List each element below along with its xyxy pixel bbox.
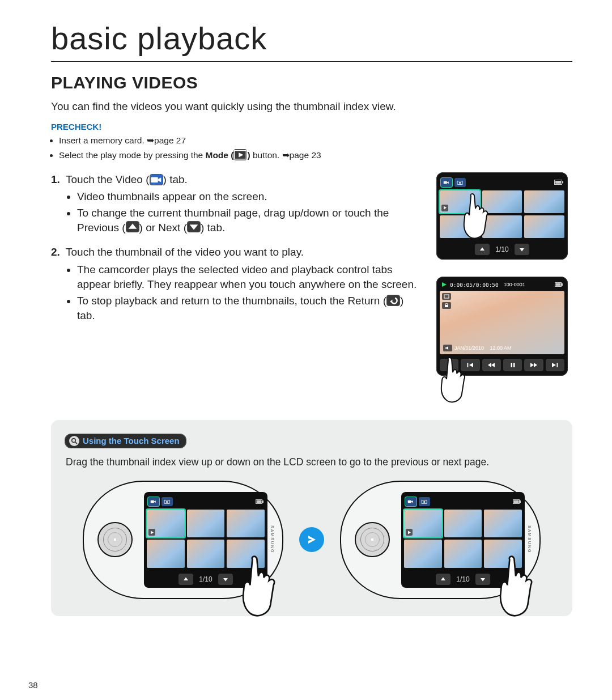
- svg-marker-4: [128, 224, 137, 229]
- rewind-button[interactable]: [482, 359, 501, 371]
- video-thumbnail[interactable]: [227, 540, 265, 568]
- svg-marker-47: [308, 536, 316, 544]
- pause-button[interactable]: [503, 359, 522, 371]
- skip-prev-button[interactable]: [461, 359, 479, 371]
- brand-label: SAMSUNG: [525, 510, 532, 570]
- lock-icon: [442, 302, 451, 309]
- precheck-item: Select the play mode by pressing the Mod…: [59, 149, 572, 162]
- timecode-text: 0:00:05/0:00:50: [450, 282, 499, 288]
- svg-marker-1: [239, 152, 244, 157]
- next-page-button[interactable]: [218, 574, 233, 585]
- svg-rect-43: [257, 500, 262, 503]
- svg-marker-32: [534, 363, 537, 367]
- device-lcd[interactable]: 1/10: [401, 492, 525, 588]
- callout-title: Using the Touch Screen: [83, 436, 180, 446]
- svg-rect-29: [511, 363, 512, 367]
- svg-marker-17: [442, 282, 447, 287]
- photo-tab[interactable]: [162, 497, 173, 506]
- next-page-button[interactable]: [475, 574, 490, 585]
- prev-page-button[interactable]: [475, 244, 490, 255]
- camcorder-illustration: MENU: [340, 481, 541, 599]
- step-sublist: The camcorder plays the selected video a…: [77, 262, 424, 324]
- video-thumbnail[interactable]: [482, 190, 522, 213]
- video-thumbnail[interactable]: [440, 190, 480, 213]
- video-thumbnail[interactable]: [147, 510, 185, 538]
- magnifier-icon: [69, 436, 79, 446]
- svg-marker-14: [444, 206, 447, 210]
- time-text: 12:00 AM: [490, 345, 512, 351]
- device-lcd[interactable]: 1/10: [144, 492, 267, 588]
- svg-marker-24: [447, 364, 449, 367]
- fastfwd-button[interactable]: [524, 359, 543, 371]
- svg-rect-37: [151, 500, 154, 503]
- thumbnail-index-screenshot: 1/10: [436, 172, 568, 260]
- return-button[interactable]: [440, 359, 458, 371]
- video-thumbnail[interactable]: [404, 540, 442, 568]
- video-thumbnail[interactable]: [482, 215, 522, 238]
- next-page-button[interactable]: [515, 244, 529, 255]
- precheck-label: PRECHECK!: [51, 122, 572, 131]
- svg-rect-48: [408, 500, 411, 503]
- svg-rect-25: [467, 363, 468, 367]
- prev-page-button[interactable]: [436, 574, 450, 585]
- brand-label: SAMSUNG: [267, 510, 274, 570]
- svg-marker-27: [488, 363, 491, 367]
- video-thumbnail[interactable]: [187, 510, 225, 538]
- video-frame[interactable]: JAN/01/2010 12:00 AM: [440, 291, 564, 354]
- svg-marker-8: [447, 181, 449, 184]
- photo-tab[interactable]: [454, 178, 466, 187]
- svg-rect-21: [444, 295, 449, 298]
- step-sublist: Video thumbnails appear on the screen. T…: [77, 189, 424, 236]
- thumbnail-grid[interactable]: [147, 510, 265, 568]
- video-tab[interactable]: [148, 497, 159, 506]
- svg-marker-6: [390, 300, 392, 304]
- svg-rect-7: [444, 181, 447, 184]
- photo-tab[interactable]: [419, 497, 430, 506]
- svg-marker-38: [154, 500, 156, 503]
- play-indicator-icon: [441, 282, 447, 287]
- thumbnail-grid[interactable]: [404, 510, 522, 568]
- skip-next-button[interactable]: [546, 359, 564, 371]
- next-icon: [187, 221, 201, 232]
- precheck-text: Select the play mode by pressing the: [59, 150, 205, 160]
- svg-marker-55: [408, 531, 411, 534]
- video-thumbnail[interactable]: [444, 510, 482, 538]
- svg-line-36: [75, 442, 77, 444]
- svg-marker-23: [445, 346, 448, 350]
- video-thumbnail[interactable]: [484, 540, 522, 568]
- step-sub-item: To stop playback and return to the thumb…: [77, 294, 424, 324]
- svg-rect-13: [555, 181, 561, 184]
- precheck-text: Insert a memory card.: [59, 135, 147, 145]
- battery-icon: [513, 499, 521, 504]
- chapter-title: basic playback: [51, 20, 572, 62]
- arrow-right-icon: ➥: [147, 135, 154, 145]
- precheck-list: Insert a memory card. ➥page 27 Select th…: [59, 134, 572, 162]
- battery-icon: [256, 499, 264, 504]
- prev-page-button[interactable]: [178, 574, 193, 585]
- video-thumbnail[interactable]: [484, 510, 522, 538]
- thumbnail-grid[interactable]: [440, 190, 564, 238]
- svg-marker-28: [491, 363, 495, 367]
- svg-point-40: [166, 501, 168, 503]
- video-tab[interactable]: [405, 497, 416, 506]
- prev-icon: [126, 221, 139, 232]
- video-thumbnail[interactable]: [524, 215, 564, 238]
- video-thumbnail[interactable]: [444, 540, 482, 568]
- video-tab[interactable]: [441, 178, 452, 187]
- svg-marker-44: [151, 531, 154, 534]
- screenshots-column: 1/10 0:00:05/0:00:50 100-0001: [436, 172, 572, 393]
- callout-badge: Using the Touch Screen: [65, 434, 186, 448]
- video-thumbnail[interactable]: [227, 510, 265, 538]
- sub-text: To stop playback and return to the thumb…: [77, 295, 386, 307]
- svg-point-35: [72, 438, 76, 442]
- volume-icon[interactable]: [443, 345, 452, 351]
- video-thumbnail[interactable]: [187, 540, 225, 568]
- video-thumbnail[interactable]: [440, 215, 480, 238]
- svg-rect-2: [151, 177, 158, 183]
- page-number: 38: [28, 680, 38, 690]
- video-thumbnail[interactable]: [404, 510, 442, 538]
- video-thumbnail[interactable]: [524, 190, 564, 213]
- svg-marker-5: [190, 225, 198, 230]
- svg-rect-34: [557, 363, 558, 367]
- video-thumbnail[interactable]: [147, 540, 185, 568]
